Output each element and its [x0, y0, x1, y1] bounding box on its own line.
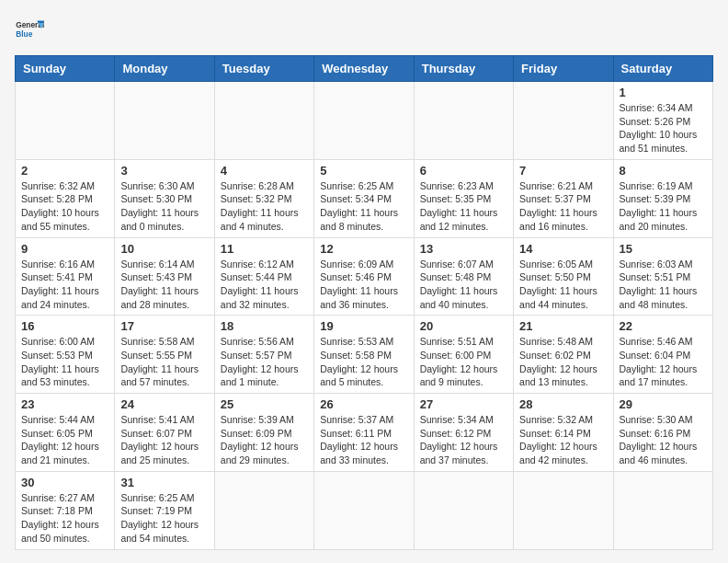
- day-number: 30: [21, 476, 108, 489]
- calendar-cell: 26Sunrise: 5:37 AM Sunset: 6:11 PM Dayli…: [314, 394, 414, 472]
- calendar-cell: 31Sunrise: 6:25 AM Sunset: 7:19 PM Dayli…: [115, 471, 214, 549]
- calendar-cell: 21Sunrise: 5:48 AM Sunset: 6:02 PM Dayli…: [514, 316, 613, 394]
- svg-text:Blue: Blue: [16, 29, 32, 39]
- day-number: 6: [420, 164, 507, 178]
- calendar-week-row: 2Sunrise: 6:32 AM Sunset: 5:28 PM Daylig…: [16, 159, 713, 237]
- calendar-cell: [214, 82, 313, 160]
- calendar-cell: 8Sunrise: 6:19 AM Sunset: 5:39 PM Daylig…: [613, 159, 712, 237]
- day-info: Sunrise: 5:58 AM Sunset: 5:55 PM Dayligh…: [120, 335, 208, 389]
- day-number: 4: [221, 164, 308, 178]
- day-number: 24: [120, 397, 208, 411]
- day-info: Sunrise: 6:03 AM Sunset: 5:51 PM Dayligh…: [620, 258, 707, 312]
- calendar-week-row: 9Sunrise: 6:16 AM Sunset: 5:41 PM Daylig…: [16, 237, 713, 316]
- calendar-cell: 15Sunrise: 6:03 AM Sunset: 5:51 PM Dayli…: [613, 237, 712, 316]
- day-number: 10: [120, 242, 208, 256]
- day-info: Sunrise: 6:12 AM Sunset: 5:44 PM Dayligh…: [221, 258, 308, 312]
- calendar-cell: 17Sunrise: 5:58 AM Sunset: 5:55 PM Dayli…: [115, 316, 214, 394]
- day-number: 11: [221, 242, 308, 256]
- day-header-saturday: Saturday: [613, 56, 712, 82]
- day-info: Sunrise: 5:46 AM Sunset: 6:04 PM Dayligh…: [620, 335, 707, 389]
- day-header-friday: Friday: [514, 56, 613, 82]
- calendar-week-row: 16Sunrise: 6:00 AM Sunset: 5:53 PM Dayli…: [16, 316, 713, 394]
- calendar-cell: 14Sunrise: 6:05 AM Sunset: 5:50 PM Dayli…: [514, 237, 613, 316]
- day-header-monday: Monday: [115, 56, 214, 82]
- day-number: 14: [519, 242, 607, 256]
- day-info: Sunrise: 5:32 AM Sunset: 6:14 PM Dayligh…: [519, 413, 607, 467]
- day-info: Sunrise: 6:27 AM Sunset: 7:18 PM Dayligh…: [21, 491, 108, 546]
- calendar-cell: 5Sunrise: 6:25 AM Sunset: 5:34 PM Daylig…: [314, 159, 414, 237]
- day-info: Sunrise: 5:56 AM Sunset: 5:57 PM Dayligh…: [221, 335, 308, 389]
- calendar-cell: 4Sunrise: 6:28 AM Sunset: 5:32 PM Daylig…: [214, 159, 313, 237]
- calendar-week-row: 1Sunrise: 6:34 AM Sunset: 5:26 PM Daylig…: [16, 82, 713, 160]
- calendar-cell: 29Sunrise: 5:30 AM Sunset: 6:16 PM Dayli…: [613, 394, 712, 472]
- day-info: Sunrise: 6:23 AM Sunset: 5:35 PM Dayligh…: [420, 179, 507, 234]
- day-info: Sunrise: 5:39 AM Sunset: 6:09 PM Dayligh…: [221, 413, 308, 467]
- day-number: 29: [620, 397, 707, 411]
- day-info: Sunrise: 6:07 AM Sunset: 5:48 PM Dayligh…: [420, 258, 507, 312]
- calendar-cell: 12Sunrise: 6:09 AM Sunset: 5:46 PM Dayli…: [314, 237, 414, 316]
- calendar-table: SundayMondayTuesdayWednesdayThursdayFrid…: [15, 55, 713, 550]
- day-info: Sunrise: 6:30 AM Sunset: 5:30 PM Dayligh…: [120, 179, 208, 234]
- day-number: 16: [21, 319, 108, 333]
- calendar-header-row: SundayMondayTuesdayWednesdayThursdayFrid…: [16, 56, 713, 82]
- calendar-cell: 6Sunrise: 6:23 AM Sunset: 5:35 PM Daylig…: [414, 159, 513, 237]
- day-number: 21: [519, 319, 607, 333]
- day-info: Sunrise: 5:51 AM Sunset: 6:00 PM Dayligh…: [420, 335, 507, 389]
- calendar-cell: 9Sunrise: 6:16 AM Sunset: 5:41 PM Daylig…: [16, 237, 115, 316]
- day-info: Sunrise: 5:30 AM Sunset: 6:16 PM Dayligh…: [620, 413, 707, 467]
- calendar-cell: 2Sunrise: 6:32 AM Sunset: 5:28 PM Daylig…: [16, 159, 115, 237]
- day-number: 27: [420, 397, 507, 411]
- day-info: Sunrise: 6:00 AM Sunset: 5:53 PM Dayligh…: [21, 335, 108, 389]
- day-number: 1: [620, 86, 707, 99]
- day-info: Sunrise: 6:21 AM Sunset: 5:37 PM Dayligh…: [519, 179, 607, 234]
- calendar-cell: [16, 82, 115, 160]
- day-info: Sunrise: 6:19 AM Sunset: 5:39 PM Dayligh…: [620, 179, 707, 234]
- day-number: 13: [420, 242, 507, 256]
- day-info: Sunrise: 6:05 AM Sunset: 5:50 PM Dayligh…: [519, 258, 607, 312]
- day-number: 23: [21, 397, 108, 411]
- calendar-cell: 10Sunrise: 6:14 AM Sunset: 5:43 PM Dayli…: [115, 237, 214, 316]
- day-number: 12: [320, 242, 407, 256]
- calendar-cell: [514, 471, 613, 549]
- day-info: Sunrise: 6:32 AM Sunset: 5:28 PM Dayligh…: [21, 179, 108, 234]
- calendar-week-row: 30Sunrise: 6:27 AM Sunset: 7:18 PM Dayli…: [16, 471, 713, 549]
- day-info: Sunrise: 5:41 AM Sunset: 6:07 PM Dayligh…: [120, 413, 208, 467]
- day-number: 20: [420, 319, 507, 333]
- header: General Blue: [15, 15, 713, 44]
- day-number: 3: [120, 164, 208, 178]
- day-info: Sunrise: 6:25 AM Sunset: 5:34 PM Dayligh…: [320, 179, 407, 234]
- day-info: Sunrise: 5:34 AM Sunset: 6:12 PM Dayligh…: [420, 413, 507, 467]
- day-number: 19: [320, 319, 407, 333]
- day-number: 5: [320, 164, 407, 178]
- calendar-cell: 19Sunrise: 5:53 AM Sunset: 5:58 PM Dayli…: [314, 316, 414, 394]
- calendar-cell: 23Sunrise: 5:44 AM Sunset: 6:05 PM Dayli…: [16, 394, 115, 472]
- day-number: 8: [620, 164, 707, 178]
- day-info: Sunrise: 6:34 AM Sunset: 5:26 PM Dayligh…: [620, 101, 707, 155]
- calendar-cell: 30Sunrise: 6:27 AM Sunset: 7:18 PM Dayli…: [16, 471, 115, 549]
- day-info: Sunrise: 5:44 AM Sunset: 6:05 PM Dayligh…: [21, 413, 108, 467]
- calendar-cell: 1Sunrise: 6:34 AM Sunset: 5:26 PM Daylig…: [613, 82, 712, 160]
- day-number: 18: [221, 319, 308, 333]
- calendar-cell: 27Sunrise: 5:34 AM Sunset: 6:12 PM Dayli…: [414, 394, 513, 472]
- calendar-cell: 11Sunrise: 6:12 AM Sunset: 5:44 PM Dayli…: [214, 237, 313, 316]
- calendar-cell: [314, 471, 414, 549]
- calendar-cell: 3Sunrise: 6:30 AM Sunset: 5:30 PM Daylig…: [115, 159, 214, 237]
- day-info: Sunrise: 5:37 AM Sunset: 6:11 PM Dayligh…: [320, 413, 407, 467]
- calendar-cell: [414, 471, 513, 549]
- day-info: Sunrise: 6:09 AM Sunset: 5:46 PM Dayligh…: [320, 258, 407, 312]
- day-info: Sunrise: 6:16 AM Sunset: 5:41 PM Dayligh…: [21, 258, 108, 312]
- day-header-sunday: Sunday: [16, 56, 115, 82]
- calendar-cell: 16Sunrise: 6:00 AM Sunset: 5:53 PM Dayli…: [16, 316, 115, 394]
- calendar-cell: 13Sunrise: 6:07 AM Sunset: 5:48 PM Dayli…: [414, 237, 513, 316]
- day-info: Sunrise: 6:14 AM Sunset: 5:43 PM Dayligh…: [120, 258, 208, 312]
- day-header-tuesday: Tuesday: [214, 56, 313, 82]
- calendar-cell: 7Sunrise: 6:21 AM Sunset: 5:37 PM Daylig…: [514, 159, 613, 237]
- calendar-cell: [514, 82, 613, 160]
- day-number: 25: [221, 397, 308, 411]
- calendar-cell: [214, 471, 313, 549]
- day-number: 2: [21, 164, 108, 178]
- day-number: 28: [519, 397, 607, 411]
- calendar-cell: [414, 82, 513, 160]
- calendar-cell: 18Sunrise: 5:56 AM Sunset: 5:57 PM Dayli…: [214, 316, 313, 394]
- calendar-cell: 28Sunrise: 5:32 AM Sunset: 6:14 PM Dayli…: [514, 394, 613, 472]
